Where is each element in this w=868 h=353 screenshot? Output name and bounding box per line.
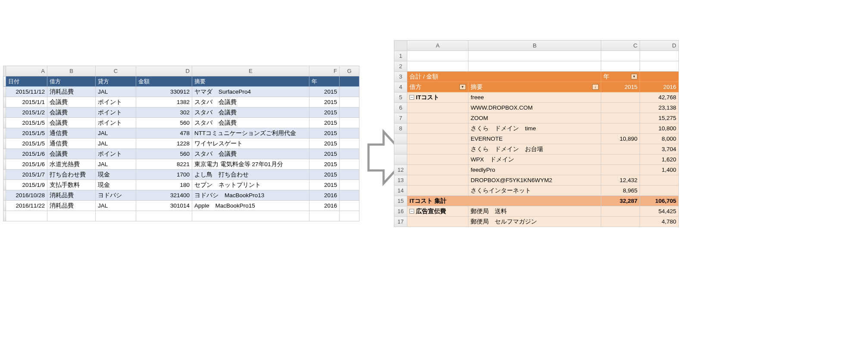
pivot-item-cell[interactable]: EVERNOTE: [468, 134, 601, 144]
pivot-value-cell[interactable]: 4,780: [640, 217, 679, 227]
cell[interactable]: 2015/1/1: [6, 97, 47, 107]
filter-icon[interactable]: ▾: [459, 84, 466, 90]
cell[interactable]: 330912: [136, 87, 192, 97]
cell[interactable]: スタバ 会議費: [192, 97, 309, 107]
cell[interactable]: 会議費: [47, 97, 96, 107]
cell[interactable]: [340, 201, 359, 211]
pivot-category-cell[interactable]: [407, 144, 468, 154]
pivot-row-field-2[interactable]: 摘要↓: [468, 82, 601, 92]
pivot-category-cell[interactable]: [407, 103, 468, 113]
cell[interactable]: セブン ネットプリント: [192, 180, 309, 190]
row-header[interactable]: 15: [394, 196, 407, 206]
pivot-item-cell[interactable]: 郵便局 送料: [468, 206, 601, 217]
pivot-item-cell[interactable]: WWW.DROPBOX.COM: [468, 103, 601, 113]
pivot-item-cell[interactable]: feedlyPro: [468, 165, 601, 175]
cell[interactable]: [340, 118, 359, 128]
col-header-B[interactable]: B: [468, 41, 601, 51]
pivot-value-cell[interactable]: [640, 175, 679, 186]
cell[interactable]: 2015: [309, 118, 340, 128]
cell[interactable]: 現金: [96, 170, 136, 180]
cell[interactable]: 2015/1/2: [6, 107, 47, 118]
cell[interactable]: 2015/1/5: [6, 118, 47, 128]
row-header[interactable]: 12: [394, 165, 407, 175]
cell[interactable]: 2015/1/6: [6, 159, 47, 170]
pivot-category-cell[interactable]: [407, 165, 468, 175]
cell[interactable]: 2015/1/5: [6, 139, 47, 149]
cell[interactable]: [136, 211, 192, 221]
table-row[interactable]: 2015/1/9支払手数料現金180セブン ネットプリント2015: [3, 180, 359, 190]
table-row[interactable]: 1: [394, 51, 679, 61]
pivot-category-cell[interactable]: −ITコスト: [407, 92, 468, 103]
pivot-value-cell[interactable]: [601, 113, 640, 123]
pivot-table[interactable]: A B C D 1 2 3 合計 / 金額 年▾ 4 借方▾ 摘要↓ 2015 …: [394, 40, 679, 227]
table-row[interactable]: 13DROPBOX@F5YK1KN6WYM212,432: [394, 175, 679, 186]
pivot-item-cell[interactable]: freee: [468, 92, 601, 103]
cell[interactable]: [601, 61, 640, 72]
pivot-item-cell[interactable]: さくらインターネット: [468, 186, 601, 196]
table-row[interactable]: 17郵便局 セルフマガジン4,780: [394, 217, 679, 227]
cell[interactable]: 2016/10/28: [6, 190, 47, 201]
pivot-value-cell[interactable]: [601, 123, 640, 134]
cell[interactable]: 2015: [309, 180, 340, 190]
cell[interactable]: 会議費: [47, 118, 96, 128]
cell[interactable]: ポイント: [96, 149, 136, 159]
row-header[interactable]: [394, 134, 407, 144]
row-header[interactable]: 5: [394, 92, 407, 103]
cell[interactable]: スタバ 会議費: [192, 118, 309, 128]
cell[interactable]: JAL: [96, 159, 136, 170]
cell[interactable]: [340, 170, 359, 180]
table-row[interactable]: 2015/1/5会議費ポイント560スタバ 会議費2015: [3, 118, 359, 128]
row-header[interactable]: 6: [394, 103, 407, 113]
table-row[interactable]: 5−ITコストfreee42,768: [394, 92, 679, 103]
cell[interactable]: 321400: [136, 190, 192, 201]
cell[interactable]: [640, 61, 679, 72]
pivot-value-cell[interactable]: 1,400: [640, 165, 679, 175]
row-header[interactable]: [394, 154, 407, 165]
pivot-value-cell[interactable]: [601, 217, 640, 227]
cell[interactable]: JAL: [96, 87, 136, 97]
collapse-button[interactable]: −: [409, 209, 414, 214]
pivot-category-cell[interactable]: [407, 186, 468, 196]
table-row[interactable]: 8さくら ドメイン time10,800: [394, 123, 679, 134]
cell[interactable]: [47, 211, 96, 221]
subtotal-row[interactable]: 15ITコスト 集計32,287106,705: [394, 196, 679, 206]
cell[interactable]: 1700: [136, 170, 192, 180]
cell[interactable]: 現金: [96, 180, 136, 190]
pivot-item-cell[interactable]: さくら ドメイン time: [468, 123, 601, 134]
cell[interactable]: 1382: [136, 97, 192, 107]
row-header[interactable]: 1: [394, 51, 407, 61]
pivot-value-cell[interactable]: 54,425: [640, 206, 679, 217]
cell[interactable]: 2015: [309, 170, 340, 180]
cell[interactable]: [309, 211, 340, 221]
pivot-item-cell[interactable]: DROPBOX@F5YK1KN6WYM2: [468, 175, 601, 186]
pivot-value-cell[interactable]: [640, 186, 679, 196]
cell[interactable]: [468, 61, 601, 72]
col-header-D[interactable]: D: [136, 66, 192, 76]
col-header-C[interactable]: C: [96, 66, 136, 76]
row-header[interactable]: 14: [394, 186, 407, 196]
pivot-category-cell[interactable]: [407, 134, 468, 144]
col-header-F[interactable]: F: [309, 66, 340, 76]
pivot-header-row[interactable]: 4 借方▾ 摘要↓ 2015 2016: [394, 82, 679, 92]
select-all-corner[interactable]: [394, 41, 407, 51]
cell[interactable]: Apple MacBookPro15: [192, 201, 309, 211]
pivot-value-cell[interactable]: [601, 154, 640, 165]
cell[interactable]: 2015/1/5: [6, 128, 47, 139]
cell[interactable]: [407, 51, 468, 61]
cell[interactable]: [601, 51, 640, 61]
table-row[interactable]: 2015/1/6水道光熱費JAL8221東京電力 電気料金等 27年01月分20…: [3, 159, 359, 170]
col-header-B[interactable]: B: [47, 66, 96, 76]
cell[interactable]: 2015: [309, 87, 340, 97]
cell[interactable]: [340, 128, 359, 139]
pivot-row-field-1[interactable]: 借方▾: [407, 82, 468, 92]
table-row[interactable]: EVERNOTE10,8908,000: [394, 134, 679, 144]
cell[interactable]: [340, 211, 359, 221]
cell[interactable]: 打ち合わせ費: [47, 170, 96, 180]
table-row[interactable]: WPX ドメイン1,620: [394, 154, 679, 165]
source-data-table[interactable]: A B C D E F G 日付 借方 貸方 金額 摘要 年 2015/11/1…: [3, 66, 359, 221]
cell[interactable]: ポイント: [96, 118, 136, 128]
table-row[interactable]: 6WWW.DROPBOX.COM23,138: [394, 103, 679, 113]
table-row[interactable]: 14さくらインターネット8,965: [394, 186, 679, 196]
pivot-value-cell[interactable]: [601, 165, 640, 175]
cell[interactable]: 通信費: [47, 139, 96, 149]
